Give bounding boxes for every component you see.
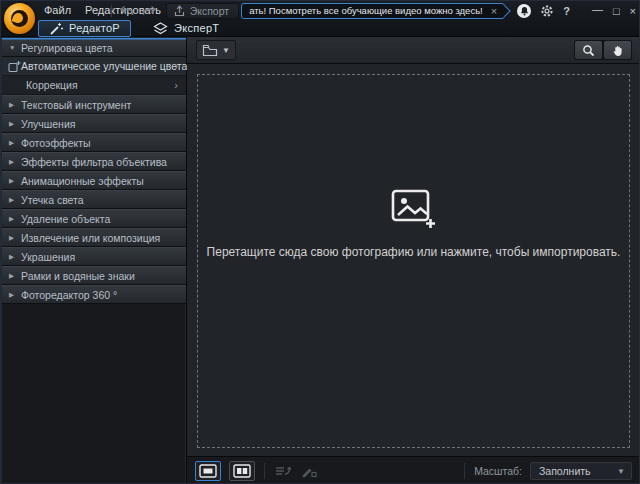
edit-pen-icon (301, 464, 317, 478)
layers-icon (153, 22, 168, 35)
auto-enhance-icon (8, 60, 21, 73)
tooltip-close-icon[interactable]: × (491, 4, 497, 18)
sidebar-item-label: Рамки и водяные знаки (21, 270, 135, 282)
zoom-select-value: Заполнить (539, 465, 591, 477)
sidebar-section[interactable]: ▶Фоторедактор 360 ° (2, 285, 186, 304)
zoom-tool-button[interactable] (575, 41, 602, 59)
sidebar-item-label: Извлечение или композиция (21, 232, 160, 244)
tab-editor[interactable]: РедактоР (38, 20, 131, 37)
triangle-right-icon: ▶ (9, 101, 21, 109)
dropzone-content: Перетащите сюда свою фотографию или нажм… (207, 188, 621, 259)
triangle-right-icon: ▶ (9, 291, 21, 299)
magic-wand-icon (49, 22, 63, 35)
photodirector-window: ФайлРедактироватьФотоВидСправка Экспорт … (0, 0, 640, 484)
titlebar: ФайлРедактироватьФотоВидСправка Экспорт … (1, 1, 640, 37)
sidebar-section[interactable]: ▶Рамки и водяные знаки (2, 266, 186, 285)
mode-tabs: РедактоР ЭксперТ (38, 19, 241, 37)
statusbar: Масштаб: Заполнить ▼ (187, 456, 640, 484)
triangle-right-icon: ▶ (9, 139, 21, 147)
help-icon[interactable]: ? (563, 5, 570, 17)
sidebar-section[interactable]: ▶Утечка света (2, 190, 186, 209)
triangle-right-icon: ▶ (9, 253, 21, 261)
view-tools (574, 40, 632, 60)
undo-icon[interactable] (118, 3, 137, 18)
single-view-button[interactable] (195, 461, 221, 481)
triangle-right-icon: ▶ (9, 158, 21, 166)
triangle-right-icon: ▶ (9, 272, 21, 280)
apply-adjustments-icon (274, 464, 291, 478)
triangle-right-icon: ▶ (9, 120, 21, 128)
chevron-down-icon: ▼ (222, 46, 230, 55)
export-upload-icon (174, 5, 185, 17)
main-area: ▼ Перетащите сюда свою фотографию или на… (187, 37, 640, 484)
sidebar-section[interactable]: ▶Украшения (2, 247, 186, 266)
canvas-toolbar: ▼ (187, 37, 640, 64)
pan-hand-tool-button[interactable] (604, 41, 631, 59)
sidebar-item-label: Эффекты фильтра объектива (21, 156, 167, 168)
divider (464, 463, 465, 479)
divider (111, 5, 112, 17)
dropzone-hint-text: Перетащите сюда свою фотографию или нажм… (207, 245, 621, 259)
sidebar-section[interactable]: ▶Анимационные эффекты (2, 171, 186, 190)
add-image-icon (390, 188, 437, 231)
import-folder-button[interactable]: ▼ (196, 40, 236, 60)
app-logo (4, 3, 35, 34)
tab-editor-label: РедактоР (69, 22, 120, 34)
export-button[interactable]: Экспорт (166, 3, 239, 19)
chevron-right-icon: › (174, 76, 178, 95)
zoom-label: Масштаб: (474, 465, 522, 477)
minimize-button[interactable]: — (592, 1, 603, 17)
sidebar-section[interactable]: ▼Регулировка цвета (2, 38, 186, 57)
sidebar-item-label: Утечка света (21, 194, 84, 206)
sidebar-item-label: Автоматическое улучшение цвета (21, 60, 187, 72)
notifications-icon[interactable] (517, 4, 531, 18)
chevron-right-icon: › (174, 57, 178, 76)
export-label: Экспорт (190, 5, 229, 17)
sidebar-section[interactable]: ▶Эффекты фильтра объектива (2, 152, 186, 171)
triangle-down-icon: ▼ (9, 44, 21, 51)
triangle-right-icon: ▶ (9, 234, 21, 242)
sidebar-item-label: Регулировка цвета (21, 42, 113, 54)
zoom-controls: Масштаб: Заполнить ▼ (455, 462, 640, 480)
chevron-down-icon: ▼ (617, 467, 625, 476)
compare-view-button[interactable] (229, 461, 255, 481)
sidebar-subitem[interactable]: Автоматическое улучшение цвета› (2, 57, 186, 76)
settings-gear-icon[interactable] (540, 4, 554, 18)
tutorial-tooltip: ать! Посмотреть все обучающие видео можн… (241, 3, 505, 19)
tab-expert[interactable]: ЭксперТ (143, 20, 229, 37)
triangle-right-icon: ▶ (9, 215, 21, 223)
sidebar-section[interactable]: ▶Улучшения (2, 114, 186, 133)
sidebar-list: ▼Регулировка цветаАвтоматическое улучшен… (2, 38, 186, 304)
sidebar-item-label: Коррекция (26, 79, 78, 91)
sidebar-item-label: Текстовый инструмент (21, 99, 131, 111)
divider (264, 463, 265, 479)
triangle-right-icon: ▶ (9, 196, 21, 204)
sidebar-section[interactable]: ▶Извлечение или композиция (2, 228, 186, 247)
sidebar-item-label: Украшения (21, 251, 75, 263)
sidebar-section[interactable]: ▶Текстовый инструмент (2, 95, 186, 114)
close-button[interactable]: × (630, 3, 636, 19)
sidebar-item-label: Фоторедактор 360 ° (21, 289, 117, 301)
sidebar-section[interactable]: ▶Удаление объекта (2, 209, 186, 228)
import-dropzone[interactable]: Перетащите сюда свою фотографию или нажм… (197, 74, 630, 448)
photo-canvas: Перетащите сюда свою фотографию или нажм… (187, 64, 640, 456)
sidebar-section[interactable]: ▶Фотоэффекты (2, 133, 186, 152)
sidebar-item-label: Анимационные эффекты (21, 175, 144, 187)
tooltip-text: ать! Посмотреть все обучающие видео можн… (249, 5, 483, 16)
zoom-select[interactable]: Заполнить ▼ (530, 462, 632, 480)
tab-expert-label: ЭксперТ (174, 22, 219, 34)
triangle-right-icon: ▶ (9, 177, 21, 185)
folder-icon (202, 44, 218, 57)
menu-item[interactable]: Файл (37, 2, 78, 19)
titlebar-right: Экспорт ать! Посмотреть все обучающие ви… (109, 2, 636, 19)
sidebar-subitem[interactable]: Коррекция› (2, 76, 186, 95)
redo-icon[interactable] (140, 3, 159, 18)
sidebar-item-label: Фотоэффекты (21, 137, 91, 149)
maximize-button[interactable]: □ (613, 3, 620, 19)
sidebar-item-label: Удаление объекта (21, 213, 110, 225)
tools-sidebar: ▼Регулировка цветаАвтоматическое улучшен… (1, 37, 187, 484)
sidebar-item-label: Улучшения (21, 118, 75, 130)
